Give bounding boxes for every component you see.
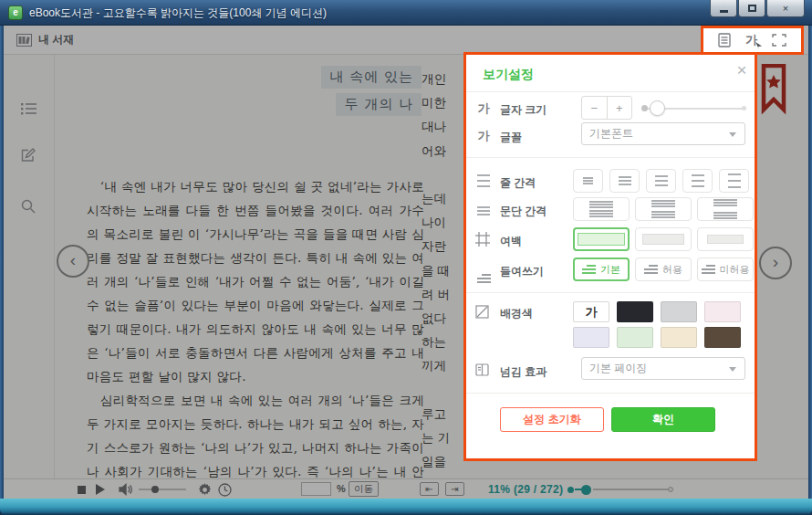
margin-option-3[interactable] bbox=[697, 227, 754, 251]
line-spacing-glyph bbox=[728, 173, 741, 188]
line-spacing-option-5[interactable] bbox=[719, 169, 749, 193]
page-effect-icon bbox=[475, 363, 492, 377]
font-size-slider-max-dot bbox=[742, 106, 746, 110]
paragraph-spacing-label: 문단 간격 bbox=[500, 204, 547, 219]
font-family-value: 기본폰트 bbox=[589, 126, 633, 142]
bg-swatch-cream[interactable] bbox=[661, 327, 697, 348]
margin-glyph bbox=[578, 233, 625, 246]
indent-glyph bbox=[582, 265, 596, 274]
cursor-icon bbox=[755, 42, 762, 49]
font-size-slider-knob[interactable] bbox=[650, 100, 665, 116]
page-effect-label: 넘김 효과 bbox=[500, 364, 547, 380]
view-tools-highlight-box: 가 bbox=[701, 26, 804, 55]
line-spacing-options bbox=[573, 169, 749, 193]
maximize-button[interactable] bbox=[738, 0, 765, 17]
close-button[interactable]: × bbox=[766, 0, 805, 17]
bg-swatch-white[interactable]: 가 bbox=[573, 301, 609, 322]
paragraph-spacing-option-1[interactable] bbox=[573, 197, 630, 221]
line-spacing-option-2[interactable] bbox=[609, 169, 640, 193]
font-family-label: 글꼴 bbox=[500, 130, 522, 145]
margin-option-1-selected[interactable] bbox=[573, 227, 630, 251]
line-spacing-option-3[interactable] bbox=[646, 169, 676, 193]
line-spacing-icon bbox=[475, 174, 492, 191]
indent-option-default-selected[interactable]: 기본 bbox=[573, 258, 630, 281]
paragraph-spacing-glyph bbox=[589, 201, 613, 217]
paragraph-spacing-glyph bbox=[713, 199, 737, 219]
font-settings-icon[interactable]: 가 bbox=[745, 32, 757, 48]
margin-glyph bbox=[642, 234, 684, 245]
indent-glyph bbox=[702, 265, 715, 274]
divider bbox=[466, 292, 755, 293]
indent-label: 들여쓰기 bbox=[500, 264, 544, 279]
margin-icon bbox=[475, 232, 492, 247]
paragraph-spacing-option-3[interactable] bbox=[697, 197, 754, 221]
indent-options: 기본 허용 미허용 bbox=[573, 258, 754, 281]
window-title: eBook도서관 - 고요할수록 밝아지는 것들(100쇄 기념 에디션) bbox=[29, 0, 327, 26]
font-size-increase-button[interactable]: + bbox=[608, 97, 632, 119]
font-size-slider-min-dot bbox=[641, 105, 648, 111]
divider bbox=[466, 91, 755, 92]
divider bbox=[466, 157, 755, 158]
line-spacing-glyph bbox=[692, 174, 704, 187]
font-family-icon: 가 bbox=[475, 128, 492, 144]
page-effect-dropdown[interactable]: 기본 페이징 bbox=[581, 357, 745, 380]
reset-settings-button[interactable]: 설정 초기화 bbox=[500, 407, 604, 432]
paragraph-spacing-glyph bbox=[651, 200, 675, 218]
chevron-down-icon bbox=[729, 132, 736, 137]
fullscreen-icon[interactable] bbox=[772, 34, 786, 47]
modal-title: 보기설정 bbox=[483, 67, 534, 83]
margin-options bbox=[573, 227, 754, 251]
divider bbox=[466, 393, 755, 394]
line-spacing-option-1[interactable] bbox=[573, 169, 603, 193]
app-icon: e bbox=[8, 5, 23, 20]
font-size-stepper: − + bbox=[581, 96, 632, 120]
chevron-down-icon bbox=[729, 367, 736, 372]
window-border-right bbox=[808, 26, 812, 499]
page-settings-icon[interactable] bbox=[718, 33, 731, 47]
confirm-button[interactable]: 확인 bbox=[611, 407, 715, 432]
margin-option-2[interactable] bbox=[635, 227, 692, 251]
bg-swatch-pink[interactable] bbox=[704, 301, 741, 322]
client-area: 내 서재 내 속에 있는 두 개의 나 ‘내 속엔 내가 너무도 많아 당신의 … bbox=[4, 26, 808, 499]
font-family-dropdown[interactable]: 기본폰트 bbox=[581, 122, 745, 145]
maximize-icon bbox=[748, 5, 756, 12]
minimize-button[interactable] bbox=[710, 0, 737, 17]
margin-glyph bbox=[707, 235, 744, 244]
margin-label: 여백 bbox=[500, 234, 522, 249]
font-size-label: 글자 크기 bbox=[500, 102, 547, 118]
view-settings-modal: 보기설정 × 가 글자 크기 − + 가 글꼴 기본폰트 줄 간격 bbox=[463, 52, 757, 461]
line-spacing-glyph bbox=[583, 177, 593, 184]
line-spacing-glyph bbox=[619, 176, 631, 185]
bg-swatch-dark[interactable] bbox=[617, 301, 653, 322]
paragraph-spacing-option-2[interactable] bbox=[635, 197, 692, 221]
bg-swatch-brown[interactable] bbox=[704, 327, 741, 348]
paragraph-spacing-icon bbox=[475, 203, 492, 219]
font-size-decrease-button[interactable]: − bbox=[582, 97, 608, 119]
indent-glyph bbox=[644, 265, 658, 274]
indent-option-disallow[interactable]: 미허용 bbox=[697, 258, 754, 281]
bg-swatch-gray[interactable] bbox=[661, 301, 697, 322]
bg-swatch-lavender[interactable] bbox=[573, 327, 609, 348]
indent-icon bbox=[475, 263, 492, 283]
modal-close-button[interactable]: × bbox=[732, 60, 752, 80]
paragraph-spacing-options bbox=[573, 197, 754, 221]
window-border-bottom bbox=[0, 499, 812, 515]
background-color-label: 배경색 bbox=[500, 306, 533, 321]
line-spacing-glyph bbox=[655, 175, 668, 186]
font-size-icon: 가 bbox=[475, 100, 492, 117]
background-color-icon bbox=[475, 305, 492, 319]
minimize-icon bbox=[720, 10, 728, 13]
close-icon: × bbox=[783, 3, 788, 14]
indent-option-allow[interactable]: 허용 bbox=[635, 258, 692, 281]
bg-swatch-green[interactable] bbox=[617, 327, 653, 348]
line-spacing-option-4[interactable] bbox=[682, 169, 713, 193]
page-effect-value: 기본 페이징 bbox=[589, 361, 647, 376]
line-spacing-label: 줄 간격 bbox=[500, 175, 536, 191]
title-bar: e eBook도서관 - 고요할수록 밝아지는 것들(100쇄 기념 에디션) … bbox=[0, 0, 812, 26]
